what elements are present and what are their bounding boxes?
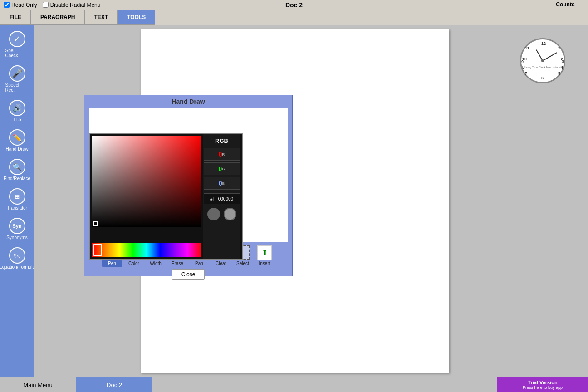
clock-face: 12 1 2 3 4 5 6 7 8 9 10 11 Living Time C…	[520, 38, 565, 83]
main-area: Hand Draw RGB 0R	[34, 24, 588, 377]
clock-center	[541, 59, 544, 62]
rgb-label: RGB	[215, 137, 228, 144]
pan-label: Pan	[195, 261, 203, 266]
equation-icon: f(x)	[9, 247, 25, 264]
synonyms-icon: Syn	[9, 218, 25, 234]
speechrec-icon: 🎤	[9, 65, 25, 82]
doc-title: Doc 2	[285, 0, 303, 10]
draw-canvas-area[interactable]: RGB 0R 0G 0B #FF000000	[89, 108, 288, 249]
handdraw-label: Hand Draw	[5, 147, 28, 152]
minute-hand	[543, 52, 557, 61]
sidebar-item-handdraw[interactable]: ✏️ Hand Draw	[4, 127, 31, 153]
equation-label: Equation/Formula	[0, 265, 34, 270]
findreplace-icon: 🔍	[9, 159, 25, 175]
doc2-tab[interactable]: Doc 2	[76, 377, 152, 392]
disable-radial-checkbox[interactable]	[43, 2, 49, 8]
translator-icon: ⊞	[9, 188, 25, 205]
sidebar-item-spellcheck[interactable]: ✓ Spell Check	[4, 29, 31, 60]
readonly-checkbox-label[interactable]: Read Only	[4, 2, 37, 8]
close-button[interactable]: Close	[172, 269, 205, 280]
red-value: 0	[219, 151, 222, 158]
sidebar: ✓ Spell Check 🎤 Speech Rec. 🔊 TTS ✏️ Han…	[0, 24, 34, 377]
green-channel[interactable]: 0G	[204, 162, 240, 175]
blue-value: 0	[219, 180, 222, 187]
sidebar-item-speechrec[interactable]: 🎤 Speech Rec.	[4, 64, 31, 94]
blue-super: B	[222, 181, 225, 186]
green-value: 0	[218, 165, 222, 172]
clock-3: 3	[562, 59, 564, 64]
sidebar-item-tts[interactable]: 🔊 TTS	[4, 98, 31, 124]
swatch-dark[interactable]	[207, 208, 220, 220]
readonly-checkbox[interactable]	[4, 2, 10, 8]
insert-icon: ⬆	[257, 245, 272, 260]
red-channel[interactable]: 0R	[204, 148, 240, 161]
sidebar-item-translator[interactable]: ⊞ Translator	[4, 186, 31, 212]
readonly-label: Read Only	[11, 2, 37, 8]
spectrum-cursor	[93, 221, 98, 226]
clock-11: 11	[525, 46, 529, 50]
color-swatches	[207, 208, 236, 220]
tools-button[interactable]: TOOLS	[118, 10, 155, 24]
trial-version-button[interactable]: Trial Version Press here to buy app	[497, 377, 588, 392]
tts-label: TTS	[13, 117, 21, 122]
clock-7: 7	[525, 71, 527, 76]
tts-icon: 🔊	[9, 100, 25, 116]
green-super: G	[222, 167, 225, 171]
sidebar-item-equation[interactable]: f(x) Equation/Formula	[4, 245, 31, 271]
width-label: Width	[150, 261, 162, 266]
handdraw-icon: ✏️	[9, 129, 25, 146]
disable-radial-label[interactable]: Disable Radial Menu	[43, 2, 101, 8]
paragraph-button[interactable]: PARAGRAPH	[31, 10, 84, 24]
disable-radial-text: Disable Radial Menu	[50, 2, 101, 8]
clear-label: Clear	[216, 261, 226, 266]
bottom-bar: Main Menu Doc 2 Trial Version Press here…	[0, 377, 588, 392]
findreplace-label: Find/Replace	[4, 176, 30, 181]
text-button[interactable]: TEXT	[84, 10, 118, 24]
file-button[interactable]: FILE	[0, 10, 31, 24]
erase-label: Erase	[172, 261, 183, 266]
color-spectrum[interactable]	[92, 136, 201, 227]
clock-10: 10	[522, 57, 527, 61]
clock-5: 5	[558, 71, 560, 76]
clock-container: 12 1 2 3 4 5 6 7 8 9 10 11 Living Time C…	[520, 38, 565, 83]
select-label: Select	[236, 261, 249, 266]
hex-display[interactable]: #FF000000	[204, 193, 240, 204]
trial-line2: Press here to buy app	[523, 385, 563, 390]
counts-title: Counts	[556, 1, 584, 9]
sidebar-item-findreplace[interactable]: 🔍 Find/Replace	[4, 157, 31, 183]
main-menu-button[interactable]: Main Menu	[0, 377, 76, 392]
hand-draw-panel: Hand Draw RGB 0R	[84, 95, 293, 276]
trial-line1: Trial Version	[528, 380, 557, 385]
rainbow-strip[interactable]	[92, 243, 201, 257]
clock-1: 1	[558, 46, 560, 50]
red-super: R	[222, 152, 225, 157]
sidebar-item-synonyms[interactable]: Syn Synonyms	[4, 216, 31, 242]
toolbar: FILE PARAGRAPH TEXT TOOLS	[0, 10, 588, 24]
spellcheck-label: Spell Check	[5, 48, 29, 58]
second-hand	[543, 61, 543, 78]
spellcheck-icon: ✓	[9, 31, 25, 47]
strip-indicator	[93, 244, 102, 256]
synonyms-label: Synonyms	[6, 235, 28, 240]
color-picker-popup: RGB 0R 0G 0B #FF000000	[89, 133, 243, 260]
insert-tool[interactable]: ⬆ Insert	[255, 244, 274, 267]
blue-channel[interactable]: 0B	[204, 177, 240, 190]
pen-label: Pen	[108, 261, 116, 266]
translator-label: Translator	[7, 206, 27, 211]
insert-label: Insert	[259, 261, 270, 266]
swatch-light[interactable]	[224, 208, 236, 220]
clock-12: 12	[541, 41, 546, 46]
color-controls: RGB 0R 0G 0B #FF000000	[203, 134, 240, 259]
color-label: Color	[128, 261, 139, 266]
top-bar: Read Only Disable Radial Menu Doc 2 Coun…	[0, 0, 588, 10]
speechrec-label: Speech Rec.	[5, 83, 29, 93]
hand-draw-title: Hand Draw	[84, 95, 292, 108]
